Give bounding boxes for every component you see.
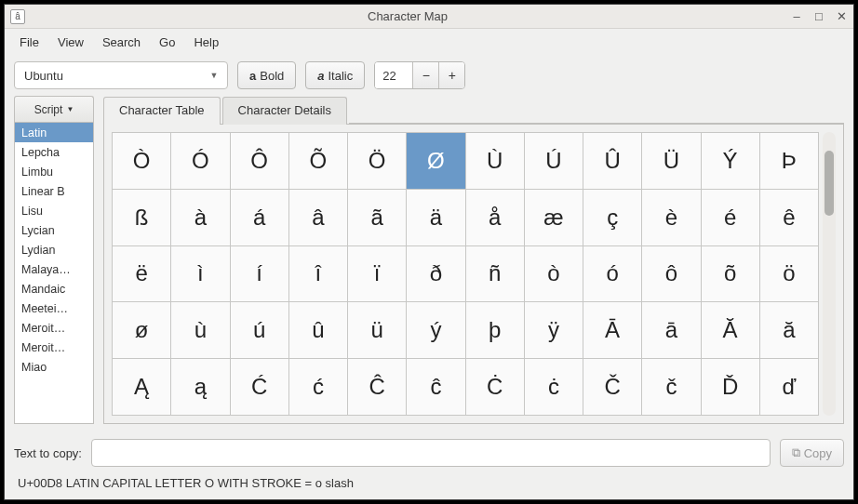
char-cell[interactable]: å — [466, 190, 525, 246]
char-cell[interactable]: ï — [348, 246, 407, 303]
char-cell[interactable]: ë — [113, 246, 171, 303]
char-cell[interactable]: ñ — [466, 246, 525, 303]
script-item[interactable]: Mandaic — [15, 279, 93, 298]
script-item[interactable]: Latin — [15, 123, 93, 142]
char-cell[interactable]: þ — [466, 302, 525, 359]
size-decrease-button[interactable]: − — [412, 62, 438, 88]
char-cell[interactable]: Ü — [642, 133, 701, 190]
char-cell[interactable]: ù — [171, 302, 230, 359]
char-cell[interactable]: ì — [171, 246, 230, 303]
char-cell[interactable]: Ó — [171, 133, 230, 190]
menu-go[interactable]: Go — [152, 33, 182, 52]
maximize-button[interactable]: □ — [812, 9, 825, 23]
script-item[interactable]: Meroit… — [15, 318, 93, 338]
toolbar: Ubuntu ▼ a Bold a Italic − + — [5, 55, 853, 96]
char-cell[interactable]: Ą — [113, 359, 171, 416]
tab-character-table[interactable]: Character Table — [103, 97, 221, 125]
char-cell[interactable]: ô — [642, 246, 701, 303]
char-cell[interactable]: Ċ — [466, 359, 525, 416]
script-list[interactable]: LatinLepchaLimbuLinear BLisuLycianLydian… — [14, 122, 94, 424]
char-cell[interactable]: ð — [407, 246, 465, 303]
char-cell[interactable]: Ā — [583, 302, 642, 359]
copy-button[interactable]: ⧉ Copy — [780, 439, 844, 467]
char-cell[interactable]: ă — [760, 302, 819, 359]
char-cell[interactable]: ď — [760, 359, 819, 416]
char-cell[interactable]: Č — [583, 359, 642, 416]
char-cell[interactable]: Ù — [466, 133, 525, 190]
char-cell[interactable]: Ď — [702, 359, 760, 416]
char-cell[interactable]: ć — [289, 359, 348, 416]
char-cell[interactable]: Õ — [289, 133, 348, 190]
italic-button[interactable]: a Italic — [305, 61, 365, 89]
scrollbar-thumb[interactable] — [824, 151, 834, 216]
char-cell[interactable]: í — [231, 246, 289, 303]
bold-button[interactable]: a Bold — [237, 61, 296, 89]
script-item[interactable]: Miao — [15, 357, 93, 377]
char-cell[interactable]: ß — [113, 190, 171, 246]
char-cell[interactable]: ç — [583, 190, 642, 246]
char-cell[interactable]: ö — [760, 246, 819, 303]
font-size-input[interactable] — [375, 62, 412, 88]
char-cell[interactable]: ċ — [525, 359, 583, 416]
char-cell[interactable]: č — [642, 359, 701, 416]
menu-file[interactable]: File — [12, 33, 47, 52]
char-cell[interactable]: ÿ — [525, 302, 583, 359]
char-cell[interactable]: Ă — [702, 302, 760, 359]
char-cell[interactable]: ä — [407, 190, 465, 246]
char-cell[interactable]: Ô — [231, 133, 289, 190]
font-combo-value: Ubuntu — [24, 69, 205, 83]
char-cell[interactable]: á — [231, 190, 289, 246]
menu-help[interactable]: Help — [186, 33, 226, 52]
char-cell[interactable]: Ò — [113, 133, 171, 190]
minimize-button[interactable]: – — [790, 9, 803, 23]
char-cell[interactable]: õ — [702, 246, 760, 303]
char-cell[interactable]: Ý — [702, 133, 760, 190]
char-cell[interactable]: ą — [171, 359, 230, 416]
scrollbar[interactable] — [823, 132, 836, 416]
script-item[interactable]: Lepcha — [15, 142, 93, 162]
char-cell[interactable]: â — [289, 190, 348, 246]
char-cell[interactable]: ú — [231, 302, 289, 359]
script-item[interactable]: Linear B — [15, 181, 93, 201]
char-cell[interactable]: à — [171, 190, 230, 246]
sidebar: Script ▼ LatinLepchaLimbuLinear BLisuLyc… — [14, 96, 94, 424]
char-cell[interactable]: Ć — [231, 359, 289, 416]
script-header[interactable]: Script ▼ — [14, 96, 94, 122]
char-cell[interactable]: Û — [583, 133, 642, 190]
script-item[interactable]: Meroit… — [15, 338, 93, 357]
char-cell[interactable]: î — [289, 246, 348, 303]
text-to-copy-input[interactable] — [91, 439, 771, 467]
size-increase-button[interactable]: + — [438, 62, 464, 88]
char-cell[interactable]: é — [702, 190, 760, 246]
char-cell[interactable]: ý — [407, 302, 465, 359]
script-item[interactable]: Meetei… — [15, 298, 93, 318]
script-item[interactable]: Lydian — [15, 240, 93, 259]
script-item[interactable]: Limbu — [15, 162, 93, 181]
close-button[interactable]: ✕ — [835, 9, 848, 23]
char-cell[interactable]: Ĉ — [348, 359, 407, 416]
char-cell[interactable]: Ö — [348, 133, 407, 190]
char-cell[interactable]: ĉ — [407, 359, 465, 416]
tabs: Character TableCharacter Details — [103, 96, 844, 124]
char-cell[interactable]: Ú — [525, 133, 583, 190]
char-cell[interactable]: ò — [525, 246, 583, 303]
menu-view[interactable]: View — [50, 33, 91, 52]
char-cell[interactable]: Þ — [760, 133, 819, 190]
script-item[interactable]: Lisu — [15, 201, 93, 220]
char-cell[interactable]: ó — [583, 246, 642, 303]
font-combo[interactable]: Ubuntu ▼ — [14, 61, 228, 89]
font-size-stepper[interactable]: − + — [374, 61, 465, 89]
char-cell[interactable]: ê — [760, 190, 819, 246]
char-cell[interactable]: ø — [113, 302, 171, 359]
char-cell[interactable]: è — [642, 190, 701, 246]
char-cell[interactable]: æ — [525, 190, 583, 246]
menu-search[interactable]: Search — [95, 33, 148, 52]
char-cell[interactable]: Ø — [407, 133, 465, 190]
script-item[interactable]: Lycian — [15, 220, 93, 240]
char-cell[interactable]: ü — [348, 302, 407, 359]
char-cell[interactable]: ã — [348, 190, 407, 246]
char-cell[interactable]: û — [289, 302, 348, 359]
script-item[interactable]: Malaya… — [15, 259, 93, 279]
tab-character-details[interactable]: Character Details — [222, 97, 347, 125]
char-cell[interactable]: ā — [642, 302, 701, 359]
